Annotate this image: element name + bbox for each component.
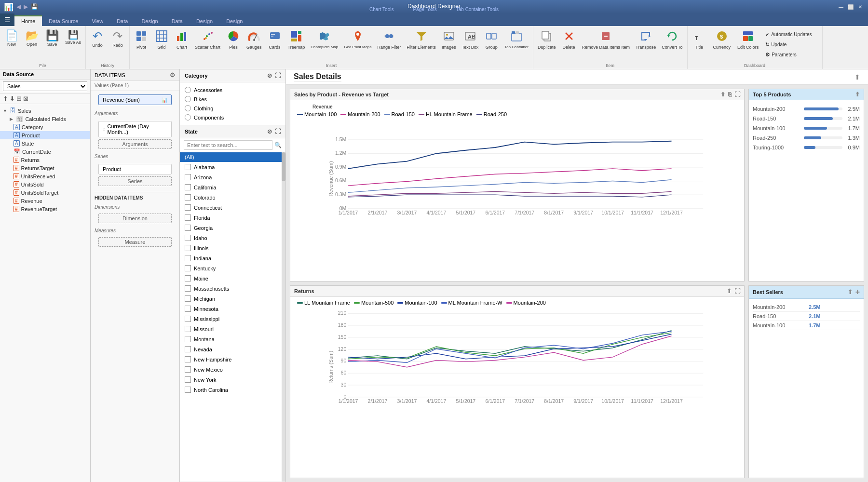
state-item-all[interactable]: (All) bbox=[180, 152, 282, 162]
category-item-components[interactable]: Components bbox=[185, 113, 281, 122]
best-sellers-add-icon[interactable]: + bbox=[855, 288, 860, 296]
returns-share-icon[interactable]: ⬆ bbox=[727, 288, 732, 295]
top5-share-icon[interactable]: ⬆ bbox=[855, 91, 860, 98]
state-item-idaho[interactable]: Idaho bbox=[180, 233, 282, 243]
category-expand-icon[interactable]: ⛶ bbox=[275, 72, 281, 79]
tab-data2[interactable]: Data bbox=[165, 16, 190, 26]
state-item-georgia[interactable]: Georgia bbox=[180, 223, 282, 233]
grid-button[interactable]: Grid bbox=[152, 28, 171, 51]
transpose-button[interactable]: Transpose bbox=[633, 28, 658, 51]
tab-data[interactable]: Data bbox=[110, 16, 135, 26]
state-item-kentucky[interactable]: Kentucky bbox=[180, 263, 282, 273]
revenue-sum-btn[interactable]: Revenue (Sum) 📊 bbox=[98, 94, 172, 105]
datasource-select[interactable]: Sales bbox=[3, 81, 87, 91]
state-item-indiana[interactable]: Indiana bbox=[180, 253, 282, 263]
images-button[interactable]: Images bbox=[439, 28, 459, 51]
sort-asc-btn[interactable]: ⬆ bbox=[3, 95, 8, 102]
edit-colors-button[interactable]: Edit Colors bbox=[735, 28, 761, 51]
nav-back[interactable]: ◀ bbox=[16, 3, 21, 10]
state-item-massachusetts[interactable]: Massachusetts bbox=[180, 283, 282, 294]
state-item-new-hampshire[interactable]: New Hampshire bbox=[180, 354, 282, 364]
add-argument-btn[interactable]: Arguments bbox=[98, 139, 172, 149]
state-item-florida[interactable]: Florida bbox=[180, 213, 282, 223]
best-sellers-share-icon[interactable]: ⬆ bbox=[848, 289, 853, 295]
tree-node-product[interactable]: A Product bbox=[0, 131, 90, 139]
convert-button[interactable]: Convert To bbox=[659, 28, 685, 51]
quick-save[interactable]: 💾 bbox=[31, 3, 38, 10]
scatter-chart-button[interactable]: Scatter Chart bbox=[192, 28, 223, 51]
state-item-north-carolina[interactable]: North Carolina bbox=[180, 385, 282, 395]
title-button[interactable]: T Title bbox=[690, 28, 709, 51]
tab-design3[interactable]: Design bbox=[219, 16, 249, 26]
tab-design[interactable]: Design bbox=[135, 16, 164, 26]
delete-button[interactable]: Delete bbox=[559, 28, 579, 51]
minimize-btn[interactable]: — bbox=[837, 3, 845, 11]
undo-button[interactable]: ↶ Undo bbox=[88, 28, 107, 49]
category-item-accessories[interactable]: Accessories bbox=[185, 85, 281, 94]
revenue-copy-icon[interactable]: ⎘ bbox=[728, 91, 732, 98]
choropleth-button[interactable]: Choropleth Map bbox=[308, 28, 340, 51]
add-measure-btn[interactable]: Measure bbox=[98, 237, 172, 247]
save-as-button[interactable]: 💾 Save As bbox=[63, 28, 83, 46]
state-item-missouri[interactable]: Missouri bbox=[180, 324, 282, 334]
group-button[interactable]: Group bbox=[482, 28, 501, 51]
tree-node-unitssoldtarget[interactable]: # UnitsSoldTarget bbox=[0, 188, 90, 197]
state-item-michigan[interactable]: Michigan bbox=[180, 294, 282, 304]
state-item-minnesota[interactable]: Minnesota bbox=[180, 304, 282, 314]
tree-node-returnstarget[interactable]: # ReturnsTarget bbox=[0, 164, 90, 172]
dashboard-export-icon[interactable]: ⬆ bbox=[854, 73, 860, 81]
duplicate-button[interactable]: Duplicate bbox=[535, 28, 558, 51]
state-item-montana[interactable]: Montana bbox=[180, 334, 282, 344]
state-item-connecticut[interactable]: Connecticut bbox=[180, 202, 282, 213]
tree-node-calculated-fields[interactable]: ▶ f() Calculated Fields bbox=[0, 115, 90, 123]
app-menu-btn[interactable]: ☰ bbox=[0, 13, 14, 26]
geo-point-maps-button[interactable]: Geo Point Maps bbox=[341, 28, 374, 51]
tree-node-returns[interactable]: # Returns bbox=[0, 156, 90, 164]
range-filter-button[interactable]: Range Filter bbox=[375, 28, 404, 51]
state-item-mississippi[interactable]: Mississippi bbox=[180, 314, 282, 324]
category-item-clothing[interactable]: Clothing bbox=[185, 104, 281, 113]
state-item-illinois[interactable]: Illinois bbox=[180, 243, 282, 253]
redo-button[interactable]: ↷ Redo bbox=[108, 28, 127, 49]
update-button[interactable]: ↻ Update bbox=[763, 40, 814, 49]
add-series-btn[interactable]: Series bbox=[98, 176, 172, 186]
automatic-updates-button[interactable]: ✓ Automatic Updates bbox=[763, 30, 814, 39]
tab-data-source[interactable]: Data Source bbox=[42, 16, 85, 26]
pivot-button[interactable]: Pivot bbox=[132, 28, 151, 51]
tab-container-button[interactable]: Tab Container bbox=[502, 28, 531, 51]
sort-desc-btn[interactable]: ⬇ bbox=[10, 95, 15, 102]
chart-button[interactable]: Chart bbox=[172, 28, 191, 51]
maximize-btn[interactable]: ⬜ bbox=[847, 3, 854, 11]
gauges-button[interactable]: Gauges bbox=[244, 28, 264, 51]
tree-node-revenuetarget[interactable]: # RevenueTarget bbox=[0, 205, 90, 213]
filter-elements-button[interactable]: Filter Elements bbox=[405, 28, 438, 51]
tree-node-sales[interactable]: ▼ 🗄 Sales bbox=[0, 106, 90, 115]
state-scrollbar-thumb[interactable] bbox=[282, 152, 285, 181]
text-box-button[interactable]: AB Text Box bbox=[460, 28, 481, 51]
product-series-btn[interactable]: Product bbox=[98, 164, 172, 174]
tree-node-unitssold[interactable]: # UnitsSold bbox=[0, 180, 90, 188]
remove-data-items-button[interactable]: Remove Data Items Item bbox=[580, 28, 633, 51]
state-scrollbar[interactable] bbox=[282, 152, 285, 482]
tree-node-unitsreceived[interactable]: # UnitsReceived bbox=[0, 172, 90, 180]
revenue-share-icon[interactable]: ⬆ bbox=[720, 91, 725, 98]
state-item-arizona[interactable]: Arizona bbox=[180, 172, 282, 182]
state-filter-icon[interactable]: ⊘ bbox=[267, 128, 272, 135]
category-filter-icon[interactable]: ⊘ bbox=[267, 72, 272, 79]
new-button[interactable]: 📄 New bbox=[2, 28, 21, 48]
tab-home[interactable]: Home bbox=[14, 15, 42, 26]
close-btn[interactable]: ✕ bbox=[856, 3, 864, 11]
state-item-nevada[interactable]: Nevada bbox=[180, 344, 282, 354]
open-button[interactable]: 📂 Open bbox=[22, 28, 41, 48]
returns-expand-icon[interactable]: ⛶ bbox=[734, 288, 740, 295]
tree-node-category[interactable]: A Category bbox=[0, 123, 90, 131]
nav-forward[interactable]: ▶ bbox=[24, 3, 28, 10]
tree-node-currentdate[interactable]: 📅 CurrentDate bbox=[0, 147, 90, 156]
state-item-new-york[interactable]: New York bbox=[180, 375, 282, 385]
parameters-button[interactable]: ⚙ Parameters bbox=[763, 50, 814, 59]
binding-icon[interactable]: ⚙ bbox=[170, 71, 176, 79]
tree-node-state[interactable]: A State bbox=[0, 139, 90, 147]
state-item-maine[interactable]: Maine bbox=[180, 273, 282, 283]
add-dimension-btn[interactable]: Dimension bbox=[98, 214, 172, 223]
tree-node-revenue[interactable]: # Revenue bbox=[0, 197, 90, 205]
